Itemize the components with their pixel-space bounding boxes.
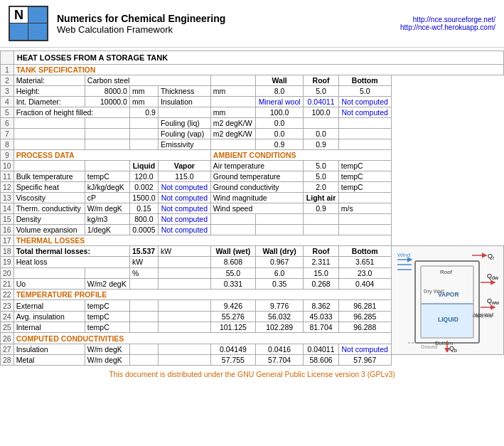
blank21 [129,278,158,289]
total-unit: kW [158,246,210,257]
avg-wall-wet: 55.276 [210,311,255,322]
row-bulk-temp: 11 Bulk temperature tempC 120.0 115.0 Gr… [1,171,504,182]
liquid-header: Liquid [129,161,158,171]
ins-wall: Mineral wool [255,97,303,107]
blank23b [158,300,210,311]
ins-wall-dry: 0.0416 [255,344,303,354]
hl-wall-wet: 8.608 [210,257,255,267]
ext-wall-dry: 9.776 [255,300,303,311]
rn6: 6 [1,118,14,129]
row10-headers: 10 Liquid Vapor Air temperature 5.0 temp… [1,161,504,171]
rn15: 15 [1,214,14,225]
blank27 [129,344,158,354]
blank27b [158,344,210,354]
blank28b [158,355,210,366]
app-title: Numerics for Chemical Engineering [57,13,225,24]
row-viscosity: 13 Viscosity cP 1500.0 Not computed Wind… [1,193,504,203]
rn9: 9 [1,150,14,161]
row-fouling-liq: 6 Fouling (liq) m2 degK/W 0.0 [1,118,504,129]
ins-wall-wet: 0.04149 [210,344,255,354]
bulk-liq: 120.0 [129,171,158,182]
rn5: 5 [1,107,14,118]
hl-roof: 2.311 [304,257,338,267]
ext-unit: tempC [85,300,129,311]
row-therm-cond: 14 Therm. conductivity W/m degK 0.15 Not… [1,203,504,214]
link1[interactable]: http://nce.sourceforge.net/ [400,16,495,23]
visc-liq: 1500.0 [129,193,158,203]
bulk-unit: tempC [85,171,129,182]
uo-bottom: 0.404 [338,278,391,289]
rn3: 3 [1,86,14,97]
height-unit: mm [129,86,158,97]
hl-unit: kW [129,257,158,267]
wind-speed-label: Wind speed [210,203,304,214]
blank4 [210,97,255,107]
link2[interactable]: http://nce-wcf.herokuapp.com/ [400,23,495,31]
logo-tr-blue [28,7,47,23]
fouling-vap-label: Fouling (vap) [158,129,210,139]
header-title: Numerics for Chemical Engineering Web Ca… [57,13,225,35]
svg-text:Roof: Roof [440,269,453,275]
bottom-label2: Bottom [338,246,391,257]
row-metal: 28 Metal W/m degK 57.755 57.704 58.606 5… [1,355,504,366]
blank19 [158,257,210,267]
avg-bottom: 96.285 [338,311,391,322]
uo-wall-dry: 0.35 [255,278,303,289]
blank8b [85,139,129,150]
rn11: 11 [1,171,14,182]
roof-label: Roof [304,75,338,86]
pct-roof: 15.0 [304,267,338,278]
ins-mm-bottom: Not computed [338,107,391,118]
rn13: 13 [1,193,14,203]
wind-mag-label: Wind magnitude [210,193,304,203]
fouling-liq-unit: m2 degK/W [210,118,255,129]
emissivity-val2: 0.9 [304,139,338,150]
hl-bottom: 3.651 [338,257,391,267]
uo-wall-wet: 0.331 [210,278,255,289]
blank16c [304,225,338,235]
blank16d [338,225,391,235]
process-header: PROCESS DATA [14,150,210,161]
footer-text: This document is distributed under the G… [109,370,395,378]
logo: N [9,6,48,41]
header-left: N Numerics for Chemical Engineering Web … [9,6,225,41]
height-label: Height: [14,86,85,97]
svg-text:VAPOR: VAPOR [438,291,459,298]
row-frac: 5 Fraction of height filled: 0.9 mm 100.… [1,107,504,118]
rn28: 28 [1,355,14,366]
density-vap: Not computed [158,214,210,225]
blank21b [158,278,210,289]
blank8 [14,139,85,150]
blank23 [129,300,158,311]
vol-exp-label: Volume expansion [14,225,85,235]
sp-heat-unit: kJ/kg/degK [85,182,129,193]
main-table: HEAT LOSSES FROM A STORAGE TANK 1 TANK S… [0,51,504,366]
visc-unit: cP [85,193,129,203]
uo-roof: 0.268 [304,278,338,289]
avg-wall-dry: 56.032 [255,311,303,322]
diam-val: 10000.0 [85,97,129,107]
emissivity-label: Emissivity [158,139,210,150]
visc-label: Viscosity [14,193,85,203]
avg-roof: 45.033 [304,311,338,322]
therm-liq: 0.15 [129,203,158,214]
blank7 [14,129,85,139]
logo-bl-blue [10,23,28,40]
app-subtitle: Web Calculation Framework [57,24,225,35]
ins-bottom-cond: Not computed [338,344,391,354]
blank15 [210,214,255,225]
ground-temp-label: Ground temperature [210,171,304,182]
frac-val: 0.9 [129,107,158,118]
bulk-vap: 115.0 [158,171,210,182]
rn18: 18 [1,246,14,257]
wall-wet-label: Wall (wet) [210,246,255,257]
blank6 [14,118,85,129]
density-liq: 800.0 [129,214,158,225]
int-wall-dry: 102.289 [255,322,303,333]
blank10b [85,161,129,171]
row-vol-exp: 16 Volume expansion 1/degK 0.0005 Not co… [1,225,504,235]
ext-bottom: 96.281 [338,300,391,311]
ext-wall-wet: 9.426 [210,300,255,311]
hl-label: Heat loss [14,257,129,267]
rn7: 7 [1,129,14,139]
